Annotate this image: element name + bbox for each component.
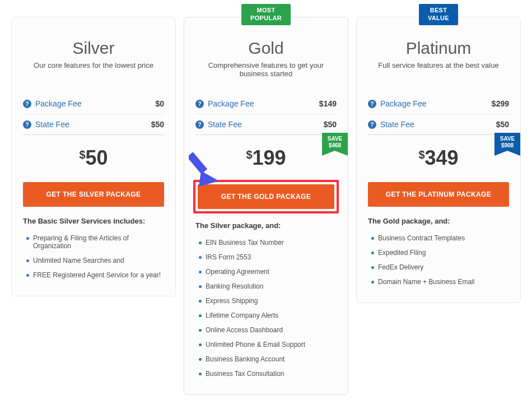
fee-row-state: ? State Fee $50 [195,114,337,135]
fee-label: State Fee [380,120,414,129]
help-icon[interactable]: ? [23,120,31,129]
fee-section: ? Package Fee $299 ? State Fee $50 [368,94,509,135]
help-icon[interactable]: ? [368,100,376,108]
cta-highlight-frame: GET THE GOLD PACKAGE [193,180,339,213]
fee-label: State Fee [35,120,69,129]
feature-item: Lifetime Company Alerts [195,308,337,323]
pricing-row: Silver Our core features for the lowest … [11,17,521,395]
cta-button-gold[interactable]: GET THE GOLD PACKAGE [198,184,334,209]
plan-tagline: Our core features for the lowest price [23,61,164,80]
features-heading: The Gold package, and: [368,217,509,225]
plan-name: Platinum [368,39,509,58]
plan-card-silver: Silver Our core features for the lowest … [11,17,176,296]
help-icon[interactable]: ? [368,120,376,129]
fee-row-package: ? Package Fee $299 [368,94,509,114]
save-label: SAVE [500,136,515,142]
fee-label: Package Fee [208,99,254,108]
cta-button-silver[interactable]: GET THE SILVER PACKAGE [23,182,164,207]
help-icon[interactable]: ? [195,120,204,129]
features-list: EIN Business Tax Number IRS Form 2553 Op… [195,235,337,381]
save-ribbon: SAVE $908 [494,133,520,156]
fee-value: $50 [324,120,337,129]
plan-name: Silver [23,39,164,58]
plan-total-amount: 349 [425,146,459,169]
plan-tagline: Full service features at the best value [368,61,509,80]
plan-card-platinum: BEST VALUE Platinum Full service feature… [356,17,521,303]
plan-card-gold: MOST POPULAR Gold Comprehensive features… [184,17,348,395]
save-ribbon: SAVE $468 [322,133,348,156]
badge-most-popular: MOST POPULAR [241,4,291,25]
features-list: Preparing & Filing the Articles of Organ… [23,231,164,282]
features-heading: The Silver package, and: [195,221,337,230]
feature-item: Business Tax Consultation [195,366,337,381]
feature-item: Online Access Dashboard [195,323,337,337]
feature-item: Unlimited Name Searches and [23,253,164,268]
feature-item: Express Shipping [195,294,337,308]
cta-button-platinum[interactable]: GET THE PLATINUM PACKAGE [368,182,509,207]
plan-total-amount: 50 [86,146,108,169]
help-icon[interactable]: ? [23,100,31,108]
fee-label: Package Fee [35,99,82,108]
fee-value: $149 [319,99,337,108]
fee-label: Package Fee [380,99,427,108]
fee-row-state: ? State Fee $50 [368,114,509,135]
plan-total: SAVE $468 $199 [195,135,337,182]
feature-item: Business Contract Templates [368,231,509,245]
feature-item: Operating Agreement [195,264,337,279]
fee-value: $0 [155,99,164,108]
feature-item: Preparing & Filing the Articles of Organ… [23,231,164,253]
fee-row-package: ? Package Fee $0 [23,94,164,114]
feature-item: Unlimited Phone & Email Support [195,337,337,352]
badge-best-value: BEST VALUE [419,4,458,25]
plan-total: $50 [23,135,164,182]
features-list: Business Contract Templates Expedited Fi… [368,231,509,289]
fee-value: $50 [151,120,164,129]
fee-label: State Fee [208,120,242,129]
fee-section: ? Package Fee $0 ? State Fee $50 [23,94,164,135]
feature-item: Business Banking Account [195,352,337,366]
feature-item: Domain Name + Business Email [368,275,509,289]
save-label: SAVE [328,136,343,142]
feature-item: EIN Business Tax Number [195,235,337,250]
fee-section: ? Package Fee $149 ? State Fee $50 [195,94,337,135]
feature-item: FREE Registered Agent Service for a year… [23,268,164,282]
plan-total: SAVE $908 $349 [368,135,509,182]
features-heading: The Basic Silver Services includes: [23,217,164,225]
feature-item: IRS Form 2553 [195,250,337,264]
fee-value: $299 [492,99,509,108]
feature-item: Expedited Filing [368,245,509,260]
help-icon[interactable]: ? [195,100,204,108]
fee-value: $50 [496,120,509,129]
save-amount: $468 [329,142,341,148]
plan-tagline: Comprehensive features to get your busin… [195,61,337,80]
plan-name: Gold [195,39,337,58]
fee-row-state: ? State Fee $50 [23,114,164,135]
plan-total-amount: 199 [253,146,286,169]
feature-item: FedEx Delivery [368,260,509,275]
fee-row-package: ? Package Fee $149 [195,94,337,114]
save-amount: $908 [501,142,514,148]
feature-item: Banking Resolution [195,279,337,294]
